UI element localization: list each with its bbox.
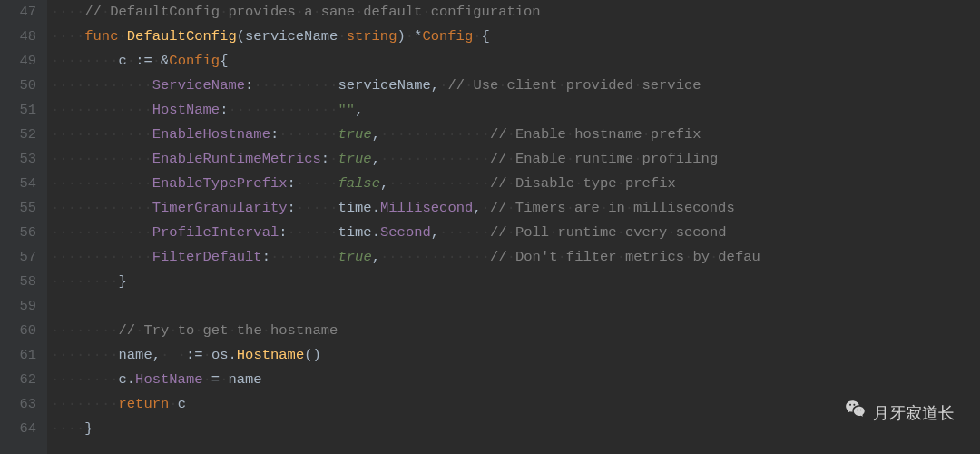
code-token-comment: //·Enable·runtime·profiling	[490, 151, 718, 167]
line-number: 53	[7, 147, 36, 172]
code-token-str: ""	[338, 102, 356, 118]
code-line[interactable]: ····//·DefaultConfig·provides·a·sane·def…	[51, 0, 980, 25]
line-number: 57	[7, 245, 36, 270]
code-line[interactable]: ········}	[51, 270, 980, 294]
wechat-icon	[844, 398, 867, 429]
code-token-ident: ·os.	[203, 347, 237, 363]
line-number: 59	[7, 294, 36, 319]
code-token-member: Millisecond	[380, 200, 473, 216]
code-token-field: EnableRuntimeMetrics	[152, 151, 321, 167]
code-token-ident: ····	[51, 4, 84, 20]
line-number: 50	[7, 74, 36, 98]
code-token-ident: ············	[51, 200, 152, 216]
line-number: 62	[7, 368, 36, 392]
code-token-kw: return	[119, 396, 170, 412]
code-token-comment: //·Use·client·provided·service	[447, 77, 701, 94]
code-token-ident: :··········serviceName,·	[245, 77, 447, 94]
code-token-ident: (serviceName·	[237, 28, 347, 44]
code-line[interactable]: ············ServiceName:··········servic…	[51, 74, 980, 98]
line-number-gutter: 474849505152535455565758596061626364	[0, 0, 47, 454]
code-token-ident: {	[220, 53, 228, 69]
code-token-ident: ·&	[152, 53, 170, 69]
code-token-ident: ········name,·_·	[51, 347, 186, 363]
line-number: 60	[7, 319, 36, 343]
code-token-field: ServiceName	[152, 77, 245, 94]
code-token-ident: ····	[51, 28, 84, 44]
code-token-bool: true	[338, 151, 371, 167]
line-number: 64	[7, 417, 36, 441]
code-line[interactable]: ········return·c	[51, 392, 980, 417]
code-line[interactable]: ········c.HostName·=·name	[51, 368, 980, 392]
code-token-comment: //·Don't·filter·metrics·by·defau	[490, 249, 760, 265]
line-number: 48	[7, 25, 36, 49]
code-token-comment: //·Disable·type·prefix	[490, 175, 676, 192]
code-token-ident: ,·············	[372, 151, 490, 167]
code-token-ident: ()	[304, 347, 321, 363]
code-token-ident: :·····	[288, 175, 338, 192]
code-token-field: FilterDefault	[152, 249, 262, 265]
code-token-ident: ,············	[380, 175, 490, 192]
line-number: 58	[7, 270, 36, 294]
code-token-ident: ············	[51, 102, 152, 118]
code-token-type: Config	[422, 28, 473, 44]
watermark: 月牙寂道长	[844, 398, 955, 429]
code-token-field: EnableHostname	[152, 126, 270, 143]
code-token-ident: :·······	[270, 126, 338, 143]
line-number: 49	[7, 49, 36, 74]
code-line[interactable]: ············ProfileInterval:······time.S…	[51, 221, 980, 245]
code-line[interactable]: ············EnableTypePrefix:·····false,…	[51, 172, 980, 196]
code-token-ident: ········c·	[51, 53, 135, 69]
code-line[interactable]: ········name,·_·:=·os.Hostname()	[51, 343, 980, 368]
code-line[interactable]: ····}	[51, 417, 980, 441]
code-token-bool: true	[338, 126, 371, 143]
code-token-bool: true	[338, 249, 371, 265]
code-line[interactable]: ········//·Try·to·get·the·hostname	[51, 319, 980, 343]
code-area[interactable]: ····//·DefaultConfig·provides·a·sane·def…	[47, 0, 980, 454]
code-token-ident: :········	[262, 249, 338, 265]
code-token-ident: ,·	[473, 200, 490, 216]
line-number: 52	[7, 123, 36, 147]
code-token-type: Config	[169, 53, 220, 69]
code-token-ident: ········}	[51, 273, 127, 290]
code-token-field: TimerGranularity	[152, 200, 288, 216]
code-token-ident: ·	[118, 28, 126, 44]
code-line[interactable]: ············HostName:·············"",	[51, 98, 980, 123]
code-token-ident: :·····time.	[288, 200, 380, 216]
code-line[interactable]: ············EnableRuntimeMetrics:·true,·…	[51, 147, 980, 172]
code-line[interactable]: ············EnableHostname:·······true,·…	[51, 123, 980, 147]
line-number: 54	[7, 172, 36, 196]
code-token-ident: ,·············	[372, 126, 490, 143]
code-token-ident: ····}	[51, 420, 93, 437]
code-token-fn: DefaultConfig	[127, 28, 237, 44]
code-token-comment: //·Try·to·get·the·hostname	[119, 322, 338, 339]
code-token-ident: :·············	[220, 102, 338, 118]
code-token-field: HostName	[152, 102, 220, 118]
code-token-ident: ············	[51, 151, 152, 167]
code-token-ident: :·	[321, 151, 338, 167]
code-token-kw: func	[84, 28, 118, 44]
code-token-type: string	[347, 28, 397, 44]
code-editor[interactable]: 474849505152535455565758596061626364 ···…	[0, 0, 980, 454]
code-token-ident: ········	[51, 322, 119, 339]
line-number: 63	[7, 392, 36, 417]
watermark-text: 月牙寂道长	[873, 401, 955, 426]
line-number: 55	[7, 196, 36, 221]
code-line[interactable]: ············TimerGranularity:·····time.M…	[51, 196, 980, 221]
code-token-comment: //·Poll·runtime·every·second	[490, 224, 727, 241]
line-number: 47	[7, 0, 36, 25]
code-token-comment: //·Timers·are·in·milliseconds	[490, 200, 735, 216]
code-token-field: HostName	[135, 371, 202, 388]
code-line[interactable]: ········c·:=·&Config{	[51, 49, 980, 74]
code-token-bool: false	[338, 175, 380, 192]
line-number: 51	[7, 98, 36, 123]
code-token-field: EnableTypePrefix	[152, 175, 288, 192]
code-line[interactable]	[51, 294, 980, 319]
line-number: 61	[7, 343, 36, 368]
line-number: 56	[7, 221, 36, 245]
code-line[interactable]: ····func·DefaultConfig(serviceName·strin…	[51, 25, 980, 49]
code-line[interactable]: ············FilterDefault:········true,·…	[51, 245, 980, 270]
code-token-ident: ············	[51, 77, 152, 94]
code-token-op: :=	[135, 53, 152, 69]
code-token-ident: ············	[51, 249, 152, 265]
code-token-ident: ········	[51, 396, 119, 412]
